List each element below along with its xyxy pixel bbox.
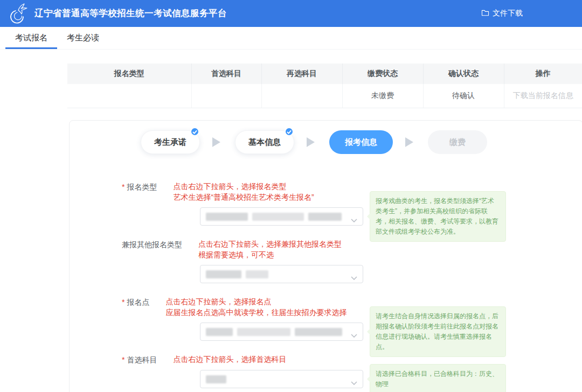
col-actions: 操作 xyxy=(504,64,582,84)
step-label: 报考信息 xyxy=(345,137,377,148)
step-label: 考生承诺 xyxy=(154,137,186,148)
tab-candidate-must-read[interactable]: 考生必读 xyxy=(57,27,109,49)
redacted-value xyxy=(252,213,304,221)
tab-label: 考试报名 xyxy=(15,33,47,43)
additional-registration-type-select[interactable] xyxy=(200,265,363,283)
step-payment: 缴费 xyxy=(428,130,487,154)
step-arrow-icon xyxy=(212,137,220,147)
step-candidate-commitment[interactable]: 考生承诺 xyxy=(141,130,200,154)
cell-payment-status: 未缴费 xyxy=(342,84,423,108)
platform-logo-icon xyxy=(8,3,28,24)
registration-form-card: 考生承诺 基本信息 报考信息 缴费 *报名类型 xyxy=(69,120,582,392)
registration-stepper: 考生承诺 基本信息 报考信息 缴费 xyxy=(141,130,582,154)
form-row-registration-type: *报名类型 点击右边下拉箭头，选择报名类型 艺术生选择“普通高校招生艺术类考生报… xyxy=(122,181,582,226)
page-title: 辽宁省普通高等学校招生统一考试信息服务平台 xyxy=(34,8,227,19)
redacted-value xyxy=(308,213,342,221)
step-label: 缴费 xyxy=(449,137,466,148)
field-note: 报考戏曲类的考生，报名类型须选择“艺术类考生”，并参加相关高校组织的省际联考，相… xyxy=(370,191,506,242)
field-label: *首选科目 xyxy=(122,354,157,365)
chevron-down-icon xyxy=(351,272,357,282)
file-download-link[interactable]: 文件下载 xyxy=(481,9,523,18)
step-arrow-icon xyxy=(405,137,413,147)
field-label: *报名类型 xyxy=(122,181,157,192)
redacted-value xyxy=(206,213,248,221)
table-row: 未缴费 待确认 下载当前报名信息 xyxy=(67,84,582,108)
chevron-down-icon xyxy=(351,330,357,340)
field-note: 请选择已合格科目，已合格科目为：历史、物理 xyxy=(370,364,506,392)
redacted-value xyxy=(206,328,233,336)
step-done-check-icon xyxy=(190,127,199,136)
download-current-registration-link[interactable]: 下载当前报名信息 xyxy=(513,91,573,100)
cell-first-subject xyxy=(191,84,261,108)
application-info-form: *报名类型 点击右边下拉箭头，选择报名类型 艺术生选择“普通高校招生艺术类考生报… xyxy=(70,181,582,388)
redacted-value xyxy=(206,270,241,278)
col-re-subject: 再选科目 xyxy=(261,64,342,84)
cell-re-subject xyxy=(261,84,342,108)
form-row-first-subject: *首选科目 点击右边下拉箭头，选择首选科目 请选择已合格科目，已合格科目为：历史… xyxy=(122,354,582,388)
tab-label: 考生必读 xyxy=(67,33,99,43)
col-confirm-status: 确认状态 xyxy=(423,64,504,84)
form-row-registration-site: *报名点 点击右边下拉箭头，选择报名点 应届生报名点选高中就读学校，往届生按招办… xyxy=(122,296,582,341)
chevron-down-icon xyxy=(351,215,357,225)
step-done-check-icon xyxy=(285,127,294,136)
app-header: 辽宁省普通高等学校招生统一考试信息服务平台 文件下载 xyxy=(0,0,582,27)
step-label: 基本信息 xyxy=(248,137,281,148)
required-mark: * xyxy=(122,183,124,191)
registration-type-select[interactable] xyxy=(200,207,363,226)
step-application-info[interactable]: 报考信息 xyxy=(329,130,393,154)
tab-exam-registration[interactable]: 考试报名 xyxy=(5,27,57,49)
redacted-value xyxy=(206,375,226,383)
first-subject-select[interactable] xyxy=(200,370,363,388)
field-hint-text: 点击右边下拉箭头，选择兼报其他报名类型 根据需要选填，可不选 xyxy=(198,239,342,260)
required-mark: * xyxy=(122,355,124,364)
col-registration-type: 报名类型 xyxy=(67,64,191,84)
redacted-value xyxy=(295,328,342,336)
field-hint-text: 点击右边下拉箭头，选择首选科目 xyxy=(173,354,286,365)
required-mark: * xyxy=(122,298,124,306)
form-row-additional-registration-type: 兼报其他报名类型 点击右边下拉箭头，选择兼报其他报名类型 根据需要选填，可不选 xyxy=(122,239,582,283)
field-label: 兼报其他报名类型 xyxy=(122,239,182,250)
step-basic-info[interactable]: 基本信息 xyxy=(235,130,294,154)
folder-icon xyxy=(481,9,489,18)
chevron-down-icon xyxy=(351,377,357,387)
field-label: *报名点 xyxy=(122,296,149,307)
step-arrow-icon xyxy=(307,137,315,147)
redacted-value xyxy=(237,328,291,336)
cell-confirm-status: 待确认 xyxy=(423,84,504,108)
table-header-row: 报名类型 首选科目 再选科目 缴费状态 确认状态 操作 xyxy=(67,64,582,84)
cell-registration-type xyxy=(67,84,191,108)
redacted-value xyxy=(246,270,268,278)
field-hint-text: 点击右边下拉箭头，选择报名点 应届生报名点选高中就读学校，往届生按招办要求选择 xyxy=(165,296,347,318)
file-download-label: 文件下载 xyxy=(493,9,523,18)
main-tabbar: 考试报名 考生必读 xyxy=(0,27,582,50)
registration-status-table: 报名类型 首选科目 再选科目 缴费状态 确认状态 操作 未缴费 待确认 下载当前… xyxy=(67,64,582,108)
col-payment-status: 缴费状态 xyxy=(342,64,423,84)
field-hint-text: 点击右边下拉箭头，选择报名类型 艺术生选择“普通高校招生艺术类考生报名” xyxy=(173,181,314,202)
registration-site-select[interactable] xyxy=(200,323,363,341)
field-note: 请考生结合自身情况选择归属的报名点，后期报名确认阶段须考生前往此报名点对报名信息… xyxy=(370,306,506,357)
col-first-subject: 首选科目 xyxy=(191,64,261,84)
